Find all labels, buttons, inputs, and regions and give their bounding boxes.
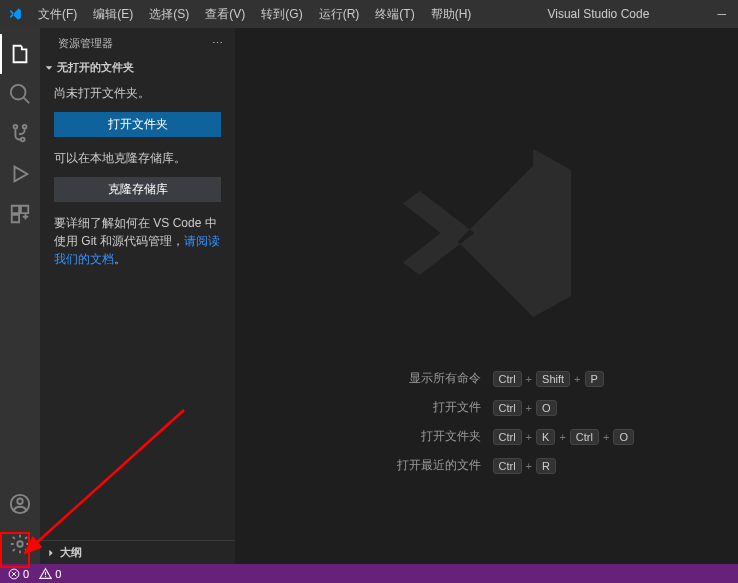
activity-settings[interactable]: [0, 524, 40, 564]
errors-count: 0: [23, 568, 29, 580]
menu-select[interactable]: 选择(S): [141, 2, 197, 27]
statusbar: 0 0: [0, 564, 738, 583]
editor-area: 显示所有命令Ctrl+Shift+P打开文件Ctrl+O打开文件夹Ctrl+K+…: [235, 28, 738, 564]
git-help-text: 要详细了解如何在 VS Code 中使用 Git 和源代码管理，请阅读我们的文档…: [54, 214, 221, 268]
shortcut-row: 显示所有命令Ctrl+Shift+P: [277, 370, 697, 387]
shortcut-keys: Ctrl+O: [493, 400, 697, 416]
activity-run-debug[interactable]: [0, 154, 40, 194]
menu-goto[interactable]: 转到(G): [253, 2, 310, 27]
warnings-count: 0: [55, 568, 61, 580]
status-warnings[interactable]: 0: [39, 567, 61, 580]
git-help-suffix: 。: [114, 252, 126, 266]
plus-separator: +: [526, 460, 532, 472]
menu-terminal[interactable]: 终端(T): [367, 2, 422, 27]
open-folder-button[interactable]: 打开文件夹: [54, 112, 221, 137]
shortcut-keys: Ctrl+K+Ctrl+O: [493, 429, 697, 445]
activity-account[interactable]: [0, 484, 40, 524]
shortcut-row: 打开文件夹Ctrl+K+Ctrl+O: [277, 428, 697, 445]
sidebar: 资源管理器 ⋯ 无打开的文件夹 尚未打开文件夹。 打开文件夹 可以在本地克隆存储…: [40, 28, 235, 564]
vscode-logo-icon: [6, 5, 24, 23]
chevron-down-icon: [44, 63, 54, 73]
shortcut-label: 打开文件夹: [277, 428, 481, 445]
chevron-right-icon: [46, 548, 56, 558]
error-icon: [8, 568, 20, 580]
activity-search[interactable]: [0, 74, 40, 114]
section-outline[interactable]: 大纲: [40, 540, 235, 564]
activitybar: [0, 28, 40, 564]
status-errors[interactable]: 0: [8, 568, 29, 580]
keycap: Shift: [536, 371, 570, 387]
keycap: K: [536, 429, 555, 445]
keycap: P: [585, 371, 604, 387]
activity-extensions[interactable]: [0, 194, 40, 234]
shortcut-label: 显示所有命令: [277, 370, 481, 387]
titlebar: 文件(F) 编辑(E) 选择(S) 查看(V) 转到(G) 运行(R) 终端(T…: [0, 0, 738, 28]
menu-edit[interactable]: 编辑(E): [85, 2, 141, 27]
clone-message: 可以在本地克隆存储库。: [54, 149, 221, 167]
keycap: Ctrl: [493, 458, 522, 474]
more-actions-icon[interactable]: ⋯: [212, 37, 223, 50]
keycap: Ctrl: [493, 400, 522, 416]
minimize-icon[interactable]: ─: [717, 7, 726, 21]
outline-label: 大纲: [60, 545, 82, 560]
keycap: O: [536, 400, 557, 416]
warning-icon: [39, 567, 52, 580]
keycap: R: [536, 458, 556, 474]
no-folder-message: 尚未打开文件夹。: [54, 84, 221, 102]
menu-run[interactable]: 运行(R): [311, 2, 368, 27]
keycap: Ctrl: [493, 429, 522, 445]
window-controls: ─: [717, 7, 732, 21]
menu-file[interactable]: 文件(F): [30, 2, 85, 27]
shortcut-row: 打开最近的文件Ctrl+R: [277, 457, 697, 474]
vscode-watermark-icon: [382, 128, 592, 338]
section-label: 无打开的文件夹: [57, 60, 134, 75]
plus-separator: +: [574, 373, 580, 385]
plus-separator: +: [526, 402, 532, 414]
clone-repo-button[interactable]: 克隆存储库: [54, 177, 221, 202]
shortcut-row: 打开文件Ctrl+O: [277, 399, 697, 416]
menubar: 文件(F) 编辑(E) 选择(S) 查看(V) 转到(G) 运行(R) 终端(T…: [30, 2, 479, 27]
keycap: Ctrl: [493, 371, 522, 387]
shortcut-label: 打开文件: [277, 399, 481, 416]
welcome-shortcuts: 显示所有命令Ctrl+Shift+P打开文件Ctrl+O打开文件夹Ctrl+K+…: [235, 370, 738, 474]
plus-separator: +: [559, 431, 565, 443]
sidebar-title: 资源管理器: [58, 36, 113, 51]
svg-point-2: [17, 541, 23, 547]
keycap: O: [613, 429, 634, 445]
activity-explorer[interactable]: [0, 34, 40, 74]
keycap: Ctrl: [570, 429, 599, 445]
menu-view[interactable]: 查看(V): [197, 2, 253, 27]
shortcut-keys: Ctrl+R: [493, 458, 697, 474]
shortcut-label: 打开最近的文件: [277, 457, 481, 474]
section-no-folder[interactable]: 无打开的文件夹: [40, 57, 235, 78]
svg-point-1: [17, 499, 23, 505]
activity-source-control[interactable]: [0, 114, 40, 154]
shortcut-keys: Ctrl+Shift+P: [493, 371, 697, 387]
menu-help[interactable]: 帮助(H): [423, 2, 480, 27]
plus-separator: +: [526, 431, 532, 443]
window-title: Visual Studio Code: [479, 7, 717, 21]
plus-separator: +: [526, 373, 532, 385]
plus-separator: +: [603, 431, 609, 443]
